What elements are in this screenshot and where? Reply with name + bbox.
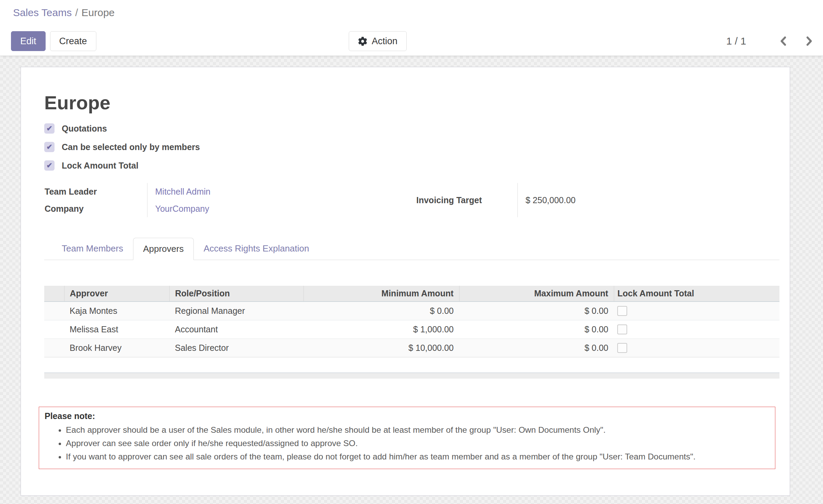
pager-value[interactable]: 1 / 1 — [726, 35, 746, 47]
pager-previous-button[interactable] — [778, 35, 789, 47]
company-label: Company — [44, 200, 147, 217]
maximum-amount-column-header[interactable]: Maximum Amount — [459, 286, 614, 302]
note-item: Each approver should be a user of the Sa… — [66, 423, 768, 437]
checkbox-row-quotations[interactable]: ✔ Quotations — [44, 119, 779, 138]
breadcrumb: Sales Teams/Europe — [13, 7, 115, 19]
create-button[interactable]: Create — [50, 31, 96, 51]
row-handle-cell — [44, 339, 64, 357]
action-button[interactable]: Action — [349, 31, 407, 51]
row-handle-cell — [44, 302, 64, 320]
form-view-background: Europe ✔ Quotations ✔ Can be selected on… — [0, 56, 823, 504]
table-row[interactable]: Melissa East Accountant $ 1,000.00 $ 0.0… — [44, 320, 779, 339]
control-panel: Sales Teams/Europe Edit Create Action 1 … — [0, 0, 823, 56]
gear-icon — [358, 37, 367, 46]
pager-next-button[interactable] — [803, 35, 815, 47]
team-leader-label: Team Leader — [44, 183, 147, 200]
team-leader-value-link[interactable]: Mitchell Admin — [155, 187, 211, 196]
breadcrumb-separator: / — [72, 7, 81, 18]
checkbox-label: Lock Amount Total — [62, 161, 139, 171]
note-item: Approver can see sale order only if he/s… — [66, 437, 768, 450]
invoicing-target-value: $ 250,000.00 — [517, 183, 779, 217]
tab-team-members[interactable]: Team Members — [52, 237, 133, 260]
edit-button[interactable]: Edit — [11, 31, 46, 51]
lock-amount-total-column-header[interactable]: Lock Amount Total — [614, 286, 779, 302]
role-cell: Accountant — [169, 320, 303, 339]
minimum-amount-cell: $ 1,000.00 — [303, 320, 459, 339]
action-button-label: Action — [372, 36, 397, 47]
boolean-fields-group: ✔ Quotations ✔ Can be selected only by m… — [44, 119, 779, 175]
handle-column-header — [44, 286, 64, 302]
tab-approvers[interactable]: Approvers — [133, 238, 194, 260]
role-position-column-header[interactable]: Role/Position — [169, 286, 303, 302]
minimum-amount-column-header[interactable]: Minimum Amount — [303, 286, 459, 302]
approver-cell: Brook Harvey — [64, 339, 169, 357]
field-group-right: Invoicing Target $ 250,000.00 — [412, 183, 779, 217]
checkbox-label: Quotations — [62, 124, 107, 134]
checkbox-row-selected-only-by-members[interactable]: ✔ Can be selected only by members — [44, 138, 779, 156]
tab-access-rights-explanation[interactable]: Access Rights Explanation — [194, 237, 319, 260]
approvers-table-header-row: Approver Role/Position Minimum Amount Ma… — [44, 286, 779, 302]
pager: 1 / 1 — [726, 31, 815, 51]
chevron-right-icon — [803, 43, 815, 48]
note-item: If you want to approver can see all sale… — [66, 450, 768, 463]
check-mark-icon: ✔ — [46, 124, 52, 133]
field-groups: Team Leader Mitchell Admin Company YourC… — [44, 183, 779, 217]
approvers-table: Approver Role/Position Minimum Amount Ma… — [44, 286, 779, 357]
invoicing-target-label: Invoicing Target — [412, 183, 517, 217]
checkbox-label: Can be selected only by members — [62, 142, 200, 152]
breadcrumb-current: Europe — [82, 7, 115, 18]
role-cell: Regional Manager — [169, 302, 303, 320]
check-mark-icon: ✔ — [46, 143, 52, 151]
lock-amount-cell — [614, 339, 779, 357]
maximum-amount-cell: $ 0.00 — [459, 302, 614, 320]
lock-amount-checkbox[interactable] — [617, 324, 627, 334]
checkbox-checked-icon[interactable]: ✔ — [44, 142, 55, 152]
checkbox-checked-icon[interactable]: ✔ — [44, 160, 55, 171]
check-mark-icon: ✔ — [46, 161, 52, 170]
company-value-link[interactable]: YourCompany — [155, 204, 210, 213]
field-group-left: Team Leader Mitchell Admin Company YourC… — [44, 183, 412, 217]
approver-cell: Melissa East — [64, 320, 169, 339]
row-handle-cell — [44, 320, 64, 339]
minimum-amount-cell: $ 0.00 — [303, 302, 459, 320]
maximum-amount-cell: $ 0.00 — [459, 320, 614, 339]
checkbox-row-lock-amount-total[interactable]: ✔ Lock Amount Total — [44, 156, 779, 175]
breadcrumb-sales-teams-link[interactable]: Sales Teams — [13, 7, 72, 18]
note-list: Each approver should be a user of the Sa… — [45, 423, 768, 463]
minimum-amount-cell: $ 10,000.00 — [303, 339, 459, 357]
checkbox-checked-icon[interactable]: ✔ — [44, 123, 55, 134]
lock-amount-cell — [614, 302, 779, 320]
please-note-box: Please note: Each approver should be a u… — [39, 407, 775, 469]
chevron-left-icon — [778, 43, 789, 48]
role-cell: Sales Director — [169, 339, 303, 357]
table-row[interactable]: Brook Harvey Sales Director $ 10,000.00 … — [44, 339, 779, 357]
lock-amount-checkbox[interactable] — [617, 306, 627, 316]
approver-column-header[interactable]: Approver — [64, 286, 169, 302]
edit-create-button-group: Edit Create — [11, 31, 96, 51]
record-title: Europe — [44, 92, 779, 114]
lock-amount-checkbox[interactable] — [617, 343, 627, 353]
approver-cell: Kaja Montes — [64, 302, 169, 320]
note-title: Please note: — [45, 411, 768, 421]
table-footer-strip — [44, 372, 779, 379]
maximum-amount-cell: $ 0.00 — [459, 339, 614, 357]
lock-amount-cell — [614, 320, 779, 339]
form-sheet: Europe ✔ Quotations ✔ Can be selected on… — [21, 67, 790, 496]
table-row[interactable]: Kaja Montes Regional Manager $ 0.00 $ 0.… — [44, 302, 779, 320]
tab-bar: Team Members Approvers Access Rights Exp… — [44, 237, 779, 260]
notebook: Team Members Approvers Access Rights Exp… — [44, 237, 779, 469]
